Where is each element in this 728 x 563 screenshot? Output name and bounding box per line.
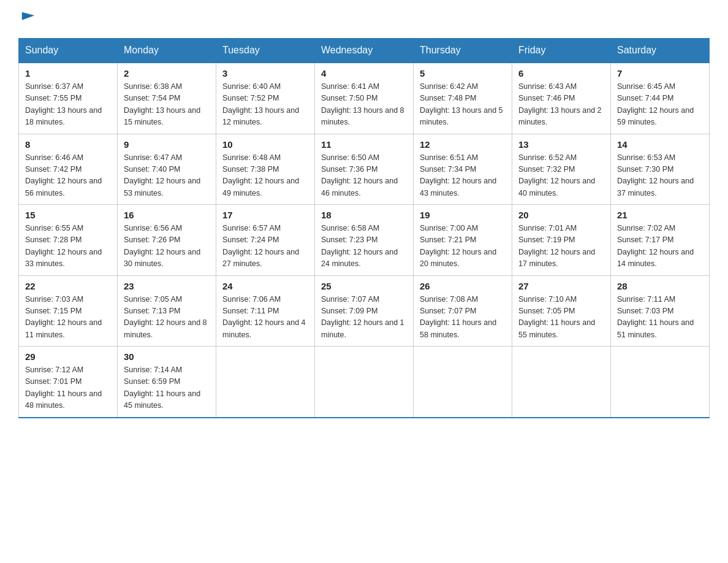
day-number: 30: [124, 351, 210, 362]
calendar-day-cell: 18 Sunrise: 6:58 AMSunset: 7:23 PMDaylig…: [315, 205, 414, 276]
day-number: 11: [321, 139, 407, 150]
calendar-day-cell: 7 Sunrise: 6:45 AMSunset: 7:44 PMDayligh…: [611, 63, 710, 134]
weekday-header-saturday: Saturday: [611, 39, 710, 63]
calendar-day-cell: 9 Sunrise: 6:47 AMSunset: 7:40 PMDayligh…: [118, 134, 216, 205]
day-number: 19: [420, 210, 506, 220]
day-info: Sunrise: 7:05 AMSunset: 7:13 PMDaylight:…: [124, 295, 207, 339]
day-info: Sunrise: 6:50 AMSunset: 7:36 PMDaylight:…: [321, 153, 398, 197]
day-info: Sunrise: 6:51 AMSunset: 7:34 PMDaylight:…: [420, 153, 496, 197]
day-number: 22: [25, 281, 111, 291]
weekday-header-tuesday: Tuesday: [216, 39, 315, 63]
day-info: Sunrise: 7:10 AMSunset: 7:05 PMDaylight:…: [518, 295, 595, 339]
day-info: Sunrise: 7:11 AMSunset: 7:03 PMDaylight:…: [617, 295, 694, 339]
calendar-day-cell: 20 Sunrise: 7:01 AMSunset: 7:19 PMDaylig…: [512, 205, 611, 276]
day-number: 18: [321, 210, 407, 220]
day-number: 2: [124, 68, 210, 79]
calendar-day-cell: 6 Sunrise: 6:43 AMSunset: 7:46 PMDayligh…: [512, 63, 611, 134]
calendar-day-cell: 5 Sunrise: 6:42 AMSunset: 7:48 PMDayligh…: [414, 63, 512, 134]
calendar-day-cell: 8 Sunrise: 6:46 AMSunset: 7:42 PMDayligh…: [19, 134, 118, 205]
day-info: Sunrise: 6:52 AMSunset: 7:32 PMDaylight:…: [518, 153, 595, 197]
weekday-header-wednesday: Wednesday: [315, 39, 414, 63]
calendar-day-cell: 30 Sunrise: 7:14 AMSunset: 6:59 PMDaylig…: [118, 347, 216, 418]
day-info: Sunrise: 7:00 AMSunset: 7:21 PMDaylight:…: [420, 224, 496, 268]
day-number: 27: [518, 281, 604, 291]
calendar-table: SundayMondayTuesdayWednesdayThursdayFrid…: [18, 38, 710, 418]
day-number: 7: [617, 68, 703, 79]
day-info: Sunrise: 7:14 AMSunset: 6:59 PMDaylight:…: [124, 366, 200, 410]
day-number: 3: [222, 68, 308, 79]
day-info: Sunrise: 6:46 AMSunset: 7:42 PMDaylight:…: [25, 153, 102, 197]
day-info: Sunrise: 6:38 AMSunset: 7:54 PMDaylight:…: [124, 82, 200, 126]
weekday-header-row: SundayMondayTuesdayWednesdayThursdayFrid…: [19, 39, 710, 63]
day-number: 5: [420, 68, 506, 79]
logo-flag-icon: [20, 10, 37, 27]
day-info: Sunrise: 6:42 AMSunset: 7:48 PMDaylight:…: [420, 82, 503, 126]
calendar-day-cell: 2 Sunrise: 6:38 AMSunset: 7:54 PMDayligh…: [118, 63, 216, 134]
day-number: 12: [420, 139, 506, 150]
calendar-week-row: 8 Sunrise: 6:46 AMSunset: 7:42 PMDayligh…: [19, 134, 710, 205]
calendar-day-cell: [216, 347, 315, 418]
day-number: 15: [25, 210, 111, 220]
calendar-day-cell: 28 Sunrise: 7:11 AMSunset: 7:03 PMDaylig…: [611, 275, 710, 347]
calendar-day-cell: 23 Sunrise: 7:05 AMSunset: 7:13 PMDaylig…: [118, 275, 216, 347]
calendar-day-cell: [611, 347, 710, 418]
day-number: 29: [25, 351, 111, 362]
day-info: Sunrise: 6:43 AMSunset: 7:46 PMDaylight:…: [518, 82, 602, 126]
day-number: 28: [617, 281, 703, 291]
day-info: Sunrise: 7:08 AMSunset: 7:07 PMDaylight:…: [420, 295, 496, 339]
day-number: 20: [518, 210, 604, 220]
calendar-day-cell: 13 Sunrise: 6:52 AMSunset: 7:32 PMDaylig…: [512, 134, 611, 205]
day-info: Sunrise: 6:47 AMSunset: 7:40 PMDaylight:…: [124, 153, 200, 197]
calendar-day-cell: 11 Sunrise: 6:50 AMSunset: 7:36 PMDaylig…: [315, 134, 414, 205]
weekday-header-thursday: Thursday: [414, 39, 512, 63]
day-number: 25: [321, 281, 407, 291]
day-number: 1: [25, 68, 111, 79]
calendar-day-cell: 24 Sunrise: 7:06 AMSunset: 7:11 PMDaylig…: [216, 275, 315, 347]
day-number: 13: [518, 139, 604, 150]
calendar-day-cell: 25 Sunrise: 7:07 AMSunset: 7:09 PMDaylig…: [315, 275, 414, 347]
calendar-day-cell: 26 Sunrise: 7:08 AMSunset: 7:07 PMDaylig…: [414, 275, 512, 347]
weekday-header-friday: Friday: [512, 39, 611, 63]
day-number: 6: [518, 68, 604, 79]
day-number: 23: [124, 281, 210, 291]
logo: [18, 12, 37, 27]
calendar-day-cell: 10 Sunrise: 6:48 AMSunset: 7:38 PMDaylig…: [216, 134, 315, 205]
page-header: [18, 12, 710, 27]
day-info: Sunrise: 6:37 AMSunset: 7:55 PMDaylight:…: [25, 82, 102, 126]
calendar-week-row: 29 Sunrise: 7:12 AMSunset: 7:01 PMDaylig…: [19, 347, 710, 418]
calendar-day-cell: 19 Sunrise: 7:00 AMSunset: 7:21 PMDaylig…: [414, 205, 512, 276]
weekday-header-monday: Monday: [118, 39, 216, 63]
day-info: Sunrise: 7:07 AMSunset: 7:09 PMDaylight:…: [321, 295, 404, 339]
day-number: 4: [321, 68, 407, 79]
day-info: Sunrise: 6:56 AMSunset: 7:26 PMDaylight:…: [124, 224, 200, 268]
calendar-day-cell: 29 Sunrise: 7:12 AMSunset: 7:01 PMDaylig…: [19, 347, 118, 418]
day-info: Sunrise: 6:58 AMSunset: 7:23 PMDaylight:…: [321, 224, 398, 268]
day-info: Sunrise: 6:55 AMSunset: 7:28 PMDaylight:…: [25, 224, 102, 268]
calendar-day-cell: 14 Sunrise: 6:53 AMSunset: 7:30 PMDaylig…: [611, 134, 710, 205]
day-number: 21: [617, 210, 703, 220]
day-info: Sunrise: 7:03 AMSunset: 7:15 PMDaylight:…: [25, 295, 102, 339]
calendar-week-row: 22 Sunrise: 7:03 AMSunset: 7:15 PMDaylig…: [19, 275, 710, 347]
day-number: 10: [222, 139, 308, 150]
calendar-week-row: 1 Sunrise: 6:37 AMSunset: 7:55 PMDayligh…: [19, 63, 710, 134]
day-info: Sunrise: 7:12 AMSunset: 7:01 PMDaylight:…: [25, 366, 102, 410]
calendar-day-cell: 3 Sunrise: 6:40 AMSunset: 7:52 PMDayligh…: [216, 63, 315, 134]
calendar-week-row: 15 Sunrise: 6:55 AMSunset: 7:28 PMDaylig…: [19, 205, 710, 276]
calendar-day-cell: 1 Sunrise: 6:37 AMSunset: 7:55 PMDayligh…: [19, 63, 118, 134]
day-number: 16: [124, 210, 210, 220]
weekday-header-sunday: Sunday: [19, 39, 118, 63]
day-info: Sunrise: 6:57 AMSunset: 7:24 PMDaylight:…: [222, 224, 299, 268]
calendar-day-cell: 12 Sunrise: 6:51 AMSunset: 7:34 PMDaylig…: [414, 134, 512, 205]
day-info: Sunrise: 6:40 AMSunset: 7:52 PMDaylight:…: [222, 82, 299, 126]
day-number: 17: [222, 210, 308, 220]
svg-marker-0: [22, 12, 35, 20]
calendar-day-cell: 27 Sunrise: 7:10 AMSunset: 7:05 PMDaylig…: [512, 275, 611, 347]
calendar-day-cell: 15 Sunrise: 6:55 AMSunset: 7:28 PMDaylig…: [19, 205, 118, 276]
day-number: 9: [124, 139, 210, 150]
calendar-day-cell: 22 Sunrise: 7:03 AMSunset: 7:15 PMDaylig…: [19, 275, 118, 347]
calendar-day-cell: [414, 347, 512, 418]
day-number: 8: [25, 139, 111, 150]
day-info: Sunrise: 6:48 AMSunset: 7:38 PMDaylight:…: [222, 153, 299, 197]
calendar-day-cell: 21 Sunrise: 7:02 AMSunset: 7:17 PMDaylig…: [611, 205, 710, 276]
day-info: Sunrise: 6:53 AMSunset: 7:30 PMDaylight:…: [617, 153, 694, 197]
